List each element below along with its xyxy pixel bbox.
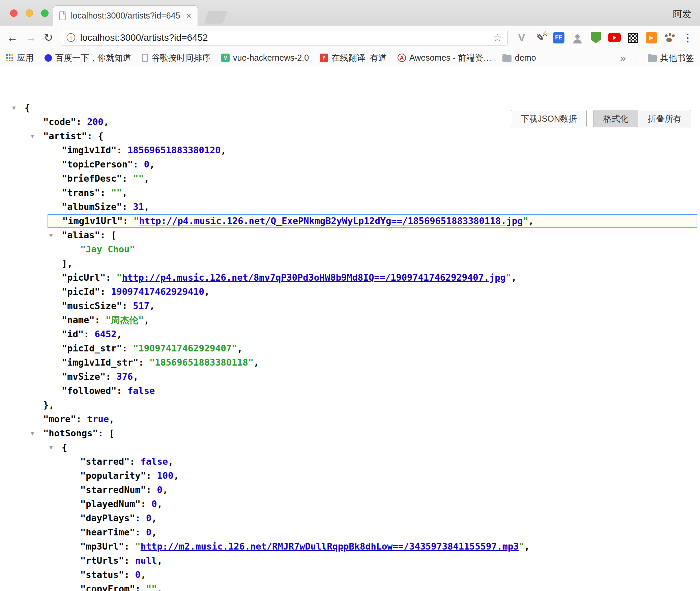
- json-number: 6452: [95, 329, 117, 339]
- json-url-link[interactable]: http://p4.music.126.net/Q_ExePNkmgB2yWyL…: [139, 216, 523, 226]
- json-line: "mvSize": 376,: [0, 370, 700, 384]
- collapse-arrow-icon[interactable]: ▾: [49, 440, 53, 455]
- json-number: 0: [146, 513, 151, 523]
- browser-menu-icon[interactable]: ⋮: [682, 32, 693, 43]
- extensions-area: V ✎ 英 FE ▶: [515, 31, 675, 44]
- collapse-arrow-icon[interactable]: ▾: [31, 426, 34, 440]
- json-number: 18569651883380120: [127, 145, 221, 155]
- json-string: ": [523, 216, 528, 226]
- json-url-link[interactable]: http://m2.music.126.net/RMJR7wDullRqppBk…: [141, 541, 519, 552]
- json-string: "": [133, 173, 144, 184]
- json-line: "picId": 19097417462929410,: [0, 285, 700, 299]
- json-punct: :: [135, 584, 146, 591]
- json-line: "trans": "",: [0, 186, 700, 200]
- paw-extension-icon[interactable]: [664, 32, 675, 43]
- json-string: ": [117, 272, 122, 283]
- qr-code-extension-icon[interactable]: [626, 31, 639, 44]
- json-key: "trans": [62, 187, 100, 198]
- vimium-extension-icon[interactable]: V: [515, 31, 528, 44]
- collapse-arrow-icon[interactable]: ▾: [12, 101, 16, 115]
- json-punct: :: [100, 230, 111, 240]
- tab-bar: localhost:3000/artists?id=645 × 阿发: [0, 0, 700, 26]
- bookmarks-bar: 应用 百度一下，你就知道 谷歌按时间排序 V vue-hackernews-2.…: [0, 50, 700, 66]
- bookmark-awesomes[interactable]: A Awesomes - 前端资…: [398, 52, 492, 63]
- player-extension-icon[interactable]: ▶: [645, 31, 658, 44]
- new-tab-button[interactable]: [204, 11, 228, 24]
- json-key: "picId_str": [62, 343, 122, 353]
- json-punct: :: [100, 187, 111, 198]
- json-string: ": [519, 541, 524, 552]
- json-key: "starred": [80, 456, 129, 467]
- json-key: "popularity": [80, 470, 146, 481]
- json-number: 376: [117, 371, 133, 382]
- tab-title: localhost:3000/artists?id=645: [71, 11, 181, 21]
- json-punct: },: [43, 400, 54, 410]
- fe-extension-icon[interactable]: FE: [552, 31, 565, 44]
- profile-extension-icon[interactable]: [571, 31, 584, 44]
- json-url-link[interactable]: http://p4.music.126.net/8mv7qP30Pd3oHW8b…: [122, 272, 506, 283]
- fullscreen-window-button[interactable]: [41, 9, 49, 17]
- tab-close-icon[interactable]: ×: [186, 11, 192, 21]
- json-key: "briefDesc": [62, 173, 122, 184]
- json-punct: ,: [168, 456, 173, 467]
- json-punct: ,: [237, 343, 242, 353]
- json-number: 200: [87, 117, 104, 127]
- bookmark-baidu[interactable]: 百度一下，你就知道: [45, 52, 131, 63]
- json-punct: ,: [151, 527, 157, 537]
- apps-grid-icon: [6, 54, 13, 62]
- json-string: ": [134, 216, 139, 226]
- json-string: "19097417462929407": [133, 343, 237, 353]
- page-content: 下载JSON数据 格式化 折叠所有 ▾{"code": 200,▾"artist…: [0, 101, 700, 591]
- vue-icon: V: [221, 54, 230, 62]
- bookmark-star-icon[interactable]: ☆: [493, 32, 502, 43]
- page-info-icon[interactable]: ⓘ: [66, 32, 76, 44]
- bookmark-vue-hackernews[interactable]: V vue-hackernews-2.0: [221, 53, 309, 63]
- url-input[interactable]: localhost:3000/artists?id=6452: [80, 32, 208, 43]
- json-line: "img1v1Id": 18569651883380120,: [0, 143, 700, 157]
- minimize-window-button[interactable]: [26, 9, 33, 17]
- bookmark-demo-folder[interactable]: demo: [502, 53, 536, 63]
- other-bookmarks-folder[interactable]: 其他书签: [648, 52, 694, 63]
- json-tree: ▾{"code": 200,▾"artist": {"img1v1Id": 18…: [0, 101, 700, 591]
- json-punct: :: [124, 541, 135, 552]
- close-window-button[interactable]: [10, 9, 18, 17]
- json-line: "picUrl": "http://p4.music.126.net/8mv7q…: [0, 271, 700, 285]
- json-line: ▾"hotSongs": [: [0, 426, 700, 440]
- json-line: "dayPlays": 0,: [0, 511, 700, 525]
- json-key: "mp3Url": [80, 541, 124, 552]
- json-string: "18569651883380118": [149, 357, 254, 368]
- json-key: "hearTime": [80, 527, 135, 537]
- json-punct: :: [122, 343, 133, 353]
- bookmark-google-sort[interactable]: 谷歌按时间排序: [142, 52, 210, 63]
- json-punct: :: [95, 315, 106, 325]
- back-icon[interactable]: ←: [7, 32, 18, 43]
- reload-icon[interactable]: ↻: [44, 32, 53, 43]
- json-key: "musicSize": [62, 301, 122, 311]
- json-punct: ,: [133, 371, 138, 382]
- json-punct: ,: [157, 499, 163, 509]
- translate-extension-icon[interactable]: ✎ 英: [534, 31, 547, 44]
- json-punct: :: [117, 145, 128, 155]
- folder-icon: [648, 55, 657, 62]
- json-line: "musicSize": 517,: [0, 299, 700, 313]
- json-punct: {: [98, 131, 104, 141]
- json-punct: ,: [528, 216, 534, 226]
- bookmark-apps[interactable]: 应用: [6, 52, 34, 63]
- json-string: "周杰伦": [106, 315, 144, 325]
- collapse-arrow-icon[interactable]: ▾: [31, 129, 34, 143]
- json-key: "id": [62, 329, 84, 339]
- json-key: "img1v1Id_str": [62, 357, 139, 368]
- bookmarks-overflow-icon[interactable]: »: [620, 52, 626, 64]
- shield-extension-icon[interactable]: [589, 31, 602, 44]
- collapse-arrow-icon[interactable]: ▾: [49, 228, 53, 242]
- json-punct: :: [129, 456, 141, 467]
- browser-tab[interactable]: localhost:3000/artists?id=645 ×: [53, 5, 198, 26]
- json-line: "starred": false,: [0, 455, 700, 469]
- json-punct: ,: [163, 485, 168, 495]
- json-number: 0: [157, 485, 163, 495]
- youtube-extension-icon[interactable]: [608, 31, 621, 44]
- json-key: "code": [43, 117, 76, 127]
- bookmark-youdao-translate[interactable]: Y 在线翻译_有道: [320, 52, 387, 63]
- address-bar[interactable]: ⓘ localhost:3000/artists?id=6452 ☆: [61, 30, 508, 45]
- json-punct: :: [146, 470, 157, 481]
